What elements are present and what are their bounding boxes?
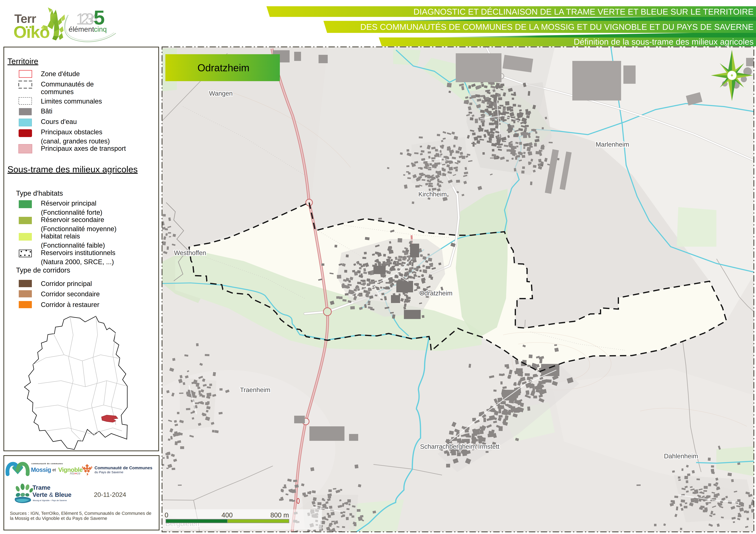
svg-text:Trame: Trame <box>33 484 50 491</box>
svg-text:du Pays de Saverne: du Pays de Saverne <box>94 470 123 474</box>
svg-text:Bâti: Bâti <box>41 107 52 115</box>
svg-text:Limites communales: Limites communales <box>41 97 102 105</box>
svg-text:Kirchheim: Kirchheim <box>418 191 447 198</box>
svg-text:(canal, grandes routes): (canal, grandes routes) <box>41 137 110 145</box>
svg-text:Sous-trame des milieux agricol: Sous-trame des milieux agricoles <box>8 164 138 174</box>
svg-text:Corridor secondaire: Corridor secondaire <box>41 290 100 298</box>
svg-text:(Fonctionnalité moyenne): (Fonctionnalité moyenne) <box>41 225 117 233</box>
svg-text:(Fonctionnalité faible): (Fonctionnalité faible) <box>41 242 105 249</box>
svg-text:0: 0 <box>165 511 168 519</box>
svg-text:800 m: 800 m <box>270 511 289 519</box>
svg-text:(Natura 2000, SRCE, ...): (Natura 2000, SRCE, ...) <box>41 258 114 266</box>
svg-text:Reservoirs institutionnels: Reservoirs institutionnels <box>41 249 115 256</box>
svg-text:Corridor principal: Corridor principal <box>41 280 92 287</box>
svg-text:Westhoffen: Westhoffen <box>174 249 206 256</box>
svg-text:communauté de communes: communauté de communes <box>31 462 63 465</box>
svg-text:Mossig et Vignoble – Pays de S: Mossig et Vignoble – Pays de Saverne <box>33 499 67 501</box>
svg-text:DES COMMUNAUTÉS DE COMMUNES DE: DES COMMUNAUTÉS DE COMMUNES DE LA MOSSIG… <box>360 22 754 32</box>
svg-text:Communautés de: Communautés de <box>41 80 94 88</box>
svg-text:la Mossig et du Vignoble et du: la Mossig et du Vignoble et du Pays de S… <box>10 516 107 521</box>
svg-text:Sources : IGN, TerrOïko, Eléme: Sources : IGN, TerrOïko, Elément 5, Comm… <box>10 511 151 516</box>
svg-text:cinq: cinq <box>94 25 107 33</box>
svg-text:400: 400 <box>222 511 232 519</box>
svg-text:Traenheim: Traenheim <box>240 386 270 394</box>
svg-text:Odratzheim: Odratzheim <box>197 62 249 73</box>
svg-text:Marlenheim: Marlenheim <box>596 141 629 148</box>
svg-text:Zone d'étude: Zone d'étude <box>41 70 80 78</box>
svg-text:Mossig: Mossig <box>31 467 51 473</box>
svg-text:Territoire: Territoire <box>8 57 38 65</box>
svg-text:Communauté de Communes: Communauté de Communes <box>94 466 152 470</box>
svg-text:élément: élément <box>68 25 94 33</box>
svg-text:Réservoir principal: Réservoir principal <box>41 199 96 207</box>
svg-text:20-11-2024: 20-11-2024 <box>94 491 126 498</box>
svg-text:Principaux obstacles: Principaux obstacles <box>41 128 102 136</box>
svg-text:Wangen: Wangen <box>209 90 233 97</box>
svg-text:Odratzheim: Odratzheim <box>419 290 452 297</box>
svg-text:(Fonctionnalité forte): (Fonctionnalité forte) <box>41 209 102 216</box>
svg-text:Réservoir secondaire: Réservoir secondaire <box>41 216 104 223</box>
svg-text:Corridor à restaurer: Corridor à restaurer <box>41 301 99 308</box>
svg-text:Scharrachbergheim-Irmstett: Scharrachbergheim-Irmstett <box>420 443 500 450</box>
svg-text:communes: communes <box>41 88 74 95</box>
svg-text:Type d'habitats: Type d'habitats <box>16 189 63 197</box>
svg-text:Type de corridors: Type de corridors <box>16 266 70 274</box>
svg-text:Als∞ce: Als∞ce <box>70 471 80 475</box>
svg-text:Définition de la sous-trame de: Définition de la sous-trame des milieux … <box>574 37 754 46</box>
svg-text:DIAGNOSTIC ET DÉCLINAISON DE L: DIAGNOSTIC ET DÉCLINAISON DE LA TRAME VE… <box>414 7 754 16</box>
svg-text:Habitat relais: Habitat relais <box>41 232 80 240</box>
svg-text:Dahlenheim: Dahlenheim <box>664 452 698 460</box>
svg-text:Cours d'eau: Cours d'eau <box>41 118 77 125</box>
svg-text:Principaux axes de transport: Principaux axes de transport <box>41 145 126 152</box>
svg-text:et: et <box>52 468 56 472</box>
svg-text:Verte & Bleue: Verte & Bleue <box>33 491 71 498</box>
